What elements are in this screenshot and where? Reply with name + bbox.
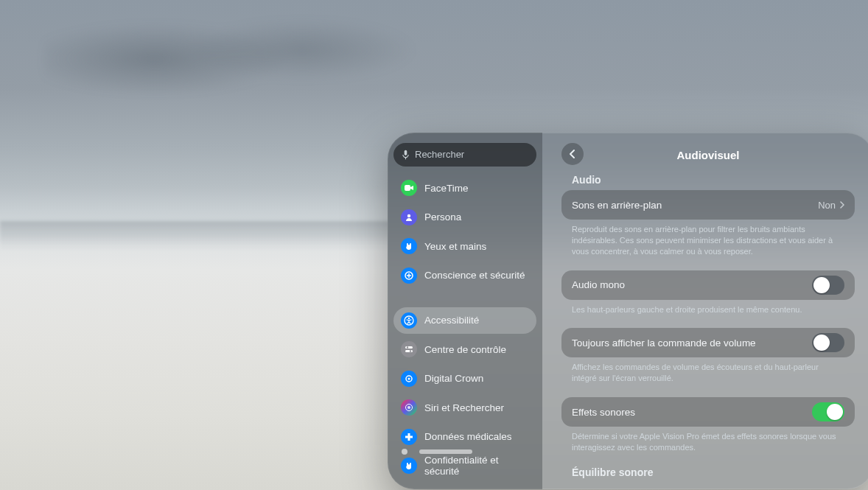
svg-point-11 <box>407 347 408 349</box>
page-title: Audiovisuel <box>676 149 739 161</box>
row-sound-effects: Effets sonores <box>561 397 855 427</box>
persona-icon <box>401 209 417 225</box>
sidebar-item-label: FaceTime <box>424 183 469 194</box>
sidebar-item-facetime[interactable]: FaceTime <box>393 175 536 201</box>
medical-icon <box>401 429 417 445</box>
sidebar-item-label: Siri et Rechercher <box>424 402 504 413</box>
sidebar-item-eyeshands[interactable]: Yeux et mains <box>393 234 536 259</box>
sidebar-spacer <box>393 291 536 304</box>
siri-icon <box>401 399 417 416</box>
svg-point-3 <box>407 214 410 217</box>
sidebar-item-label: Digital Crown <box>424 373 483 384</box>
settings-window: FaceTime Persona Yeux et mains Conscienc… <box>388 133 868 489</box>
pager-bar[interactable] <box>419 449 472 454</box>
sidebar-item-siri[interactable]: Siri et Rechercher <box>393 395 536 421</box>
section-balance-label: Équilibre sonore <box>572 466 855 478</box>
plus-circle-icon <box>401 267 417 284</box>
sidebar-item-label: Données médicales <box>424 431 512 442</box>
page-indicator[interactable] <box>402 449 472 455</box>
crown-icon <box>401 371 417 387</box>
svg-point-8 <box>408 318 410 319</box>
sidebar-item-label: Accessibilité <box>424 315 479 326</box>
svg-point-12 <box>410 351 411 352</box>
row-background-sounds[interactable]: Sons en arrière-plan Non <box>561 190 855 220</box>
main-header: Audiovisuel <box>561 143 855 167</box>
row-label: Audio mono <box>572 279 625 290</box>
main-pane: Audiovisuel Audio Sons en arrière-plan N… <box>542 133 868 489</box>
search-input[interactable] <box>415 149 528 160</box>
hand-icon <box>401 238 417 254</box>
facetime-icon <box>401 180 417 196</box>
sidebar-item-awareness[interactable]: Conscience et sécurité <box>393 262 536 288</box>
row-desc-show-volume: Affichez les commandes de volume des éco… <box>572 362 837 384</box>
microphone-icon <box>402 150 409 160</box>
sidebar-item-label: Conscience et sécurité <box>424 270 525 281</box>
sidebar-item-persona[interactable]: Persona <box>393 204 536 230</box>
privacy-hand-icon <box>401 458 417 474</box>
toggle-mono-audio[interactable] <box>812 276 844 295</box>
section-audio-label: Audio <box>572 174 855 186</box>
sidebar-item-accessibility[interactable]: Accessibilité <box>393 307 536 333</box>
svg-rect-10 <box>405 350 413 352</box>
sidebar-list: FaceTime Persona Yeux et mains Conscienc… <box>393 175 536 479</box>
row-label: Sons en arrière-plan <box>572 200 662 211</box>
row-label: Toujours afficher la commande de volume <box>572 337 756 349</box>
chevron-right-icon <box>840 201 844 209</box>
settings-scroll[interactable]: Audio Sons en arrière-plan Non Reproduit… <box>561 171 855 489</box>
svg-rect-2 <box>405 185 410 191</box>
row-mono-audio: Audio mono <box>561 270 855 300</box>
accessibility-icon <box>401 312 417 329</box>
row-desc-background-sounds: Reproduit des sons en arrière-plan pour … <box>572 224 837 257</box>
sidebar-item-privacy[interactable]: Confidentialité et sécurité <box>393 453 536 479</box>
sidebar: FaceTime Persona Yeux et mains Conscienc… <box>388 133 542 489</box>
toggle-sound-effects[interactable] <box>812 402 844 421</box>
svg-point-14 <box>408 377 410 379</box>
row-desc-mono-audio: Les haut-parleurs gauche et droite produ… <box>572 304 837 315</box>
row-label: Effets sonores <box>572 407 635 418</box>
sidebar-item-label: Confidentialité et sécurité <box>424 455 529 477</box>
row-value: Non <box>818 200 836 211</box>
svg-point-16 <box>407 406 410 409</box>
svg-rect-9 <box>405 346 413 349</box>
sidebar-item-controlcenter[interactable]: Centre de contrôle <box>393 337 536 363</box>
sidebar-item-label: Persona <box>424 211 461 223</box>
back-button[interactable] <box>561 143 584 165</box>
row-show-volume: Toujours afficher la commande de volume <box>561 328 855 357</box>
chevron-left-icon <box>569 149 576 159</box>
switches-icon <box>401 341 417 357</box>
sidebar-item-medical[interactable]: Données médicales <box>393 424 536 449</box>
search-field[interactable] <box>393 143 536 167</box>
sidebar-item-label: Centre de contrôle <box>424 344 506 355</box>
toggle-show-volume[interactable] <box>812 333 844 352</box>
row-desc-sound-effects: Détermine si votre Apple Vision Pro émet… <box>572 431 837 453</box>
pager-dot[interactable] <box>402 449 407 455</box>
sidebar-item-label: Yeux et mains <box>424 241 486 252</box>
sidebar-item-digitalcrown[interactable]: Digital Crown <box>393 365 536 391</box>
svg-rect-0 <box>405 150 407 155</box>
